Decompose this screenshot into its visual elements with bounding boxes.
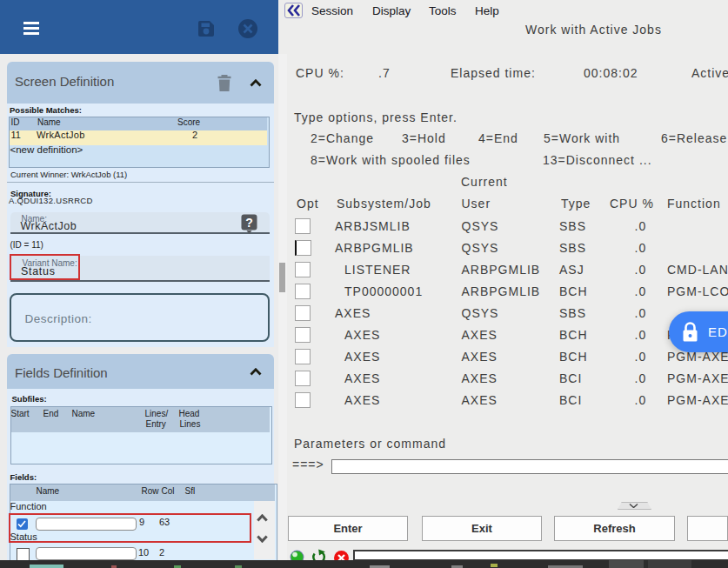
svg-text:?: ? bbox=[245, 216, 253, 230]
